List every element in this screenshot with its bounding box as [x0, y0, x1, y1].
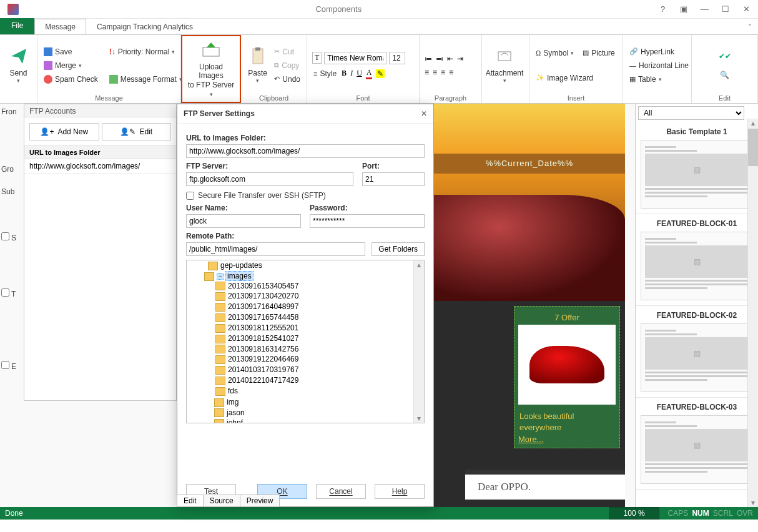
- tree-node[interactable]: fds: [215, 386, 424, 397]
- offer-text: Looks beautiful everywhere: [518, 405, 616, 435]
- tree-node[interactable]: 20130917130420270: [215, 291, 424, 302]
- cut-button[interactable]: ✂ Cut: [273, 46, 302, 57]
- tree-node[interactable]: johnf: [214, 418, 424, 423]
- font-family-input[interactable]: [324, 52, 386, 64]
- chk-e[interactable]: [1, 361, 9, 369]
- image-wizard-button[interactable]: ✨ Image Wizard: [534, 72, 616, 84]
- url-label: URL to Images Folder:: [186, 134, 425, 142]
- tree-node[interactable]: jason: [214, 408, 424, 418]
- template-card[interactable]: FEATURED-BLOCK-01▨: [636, 214, 758, 306]
- tab-analytics[interactable]: Campaign Tracking Analytics: [86, 19, 204, 34]
- user-input[interactable]: [186, 214, 301, 228]
- get-folders-button[interactable]: Get Folders: [372, 242, 425, 256]
- port-input[interactable]: [362, 172, 425, 186]
- table-button[interactable]: ▦ Table ▾: [628, 74, 690, 85]
- copy-button[interactable]: ⧉ Copy: [273, 60, 302, 71]
- chk-s[interactable]: [1, 232, 9, 240]
- font-size-input[interactable]: [389, 52, 405, 64]
- status-text: Done: [5, 509, 23, 518]
- template-card[interactable]: Basic Template 1▨: [636, 122, 758, 214]
- indent-button[interactable]: ⇥: [457, 54, 463, 63]
- paste-button[interactable]: Paste▾: [246, 46, 269, 84]
- italic-button[interactable]: I: [350, 69, 353, 78]
- attachment-button[interactable]: Attachment▾: [487, 46, 522, 84]
- offer-title: 7 Offer: [518, 310, 616, 325]
- help-button[interactable]: ?: [654, 2, 672, 17]
- tree-node[interactable]: 20140103170319767: [215, 365, 424, 375]
- tree-node[interactable]: 20130917165744458: [215, 312, 424, 323]
- style-button[interactable]: ≡ Style: [312, 68, 338, 79]
- password-input[interactable]: [310, 214, 425, 228]
- message-format-button[interactable]: Message Format ▾: [108, 74, 184, 85]
- templates-scrollbar[interactable]: ▴▾: [747, 119, 758, 507]
- template-card[interactable]: FEATURED-BLOCK-03▨: [636, 398, 758, 490]
- underline-button[interactable]: U: [357, 69, 362, 78]
- tree-node[interactable]: 20130918163142756: [215, 344, 424, 355]
- tree-node[interactable]: 20130916153405457: [215, 281, 424, 292]
- tree-node[interactable]: 20130918112555201: [215, 323, 424, 333]
- tab-message[interactable]: Message: [34, 19, 86, 34]
- ftp-grid-row[interactable]: http://www.glocksoft.com/images/: [24, 159, 176, 174]
- offer-more-link[interactable]: More...: [518, 435, 543, 444]
- edit-account-button[interactable]: 👤✎Edit: [102, 123, 172, 140]
- align-left-button[interactable]: ≡: [425, 68, 429, 77]
- bullet-list-button[interactable]: ≔: [425, 54, 432, 63]
- sftp-checkbox[interactable]: [186, 192, 194, 200]
- send-button[interactable]: Send▾: [5, 46, 32, 84]
- tree-node[interactable]: img: [214, 397, 424, 408]
- ribbon-toggle-button[interactable]: ▣: [674, 2, 693, 17]
- symbol-button[interactable]: Ω Symbol ▾: [534, 47, 575, 59]
- view-tab-preview[interactable]: Preview: [240, 495, 280, 507]
- font-format-icon[interactable]: T: [312, 52, 322, 64]
- merge-button[interactable]: Merge ▾: [42, 60, 99, 71]
- tab-bar: File Message Campaign Tracking Analytics…: [0, 19, 758, 35]
- tree-node[interactable]: 20130917164048997: [215, 302, 424, 312]
- help-button-dialog[interactable]: Help: [375, 484, 425, 499]
- find-button[interactable]: 🔍: [720, 71, 729, 79]
- highlight-button[interactable]: ✎: [376, 69, 385, 78]
- add-new-button[interactable]: 👤+Add New: [29, 123, 99, 140]
- server-input[interactable]: [186, 172, 353, 186]
- minimize-button[interactable]: —: [695, 2, 714, 17]
- cancel-button[interactable]: Cancel: [316, 484, 366, 499]
- outdent-button[interactable]: ⇤: [447, 54, 453, 63]
- spam-check-button[interactable]: Spam Check: [42, 74, 99, 85]
- folder-tree[interactable]: gep-updates −images 20130916153405457201…: [186, 260, 425, 423]
- font-color-button[interactable]: A: [366, 68, 373, 79]
- tree-node[interactable]: 20130918152541027: [215, 333, 424, 344]
- close-button[interactable]: ✕: [737, 2, 756, 17]
- align-right-button[interactable]: ≡: [441, 68, 445, 77]
- tree-toggle-icon[interactable]: −: [217, 273, 224, 280]
- dialog-close-icon[interactable]: ✕: [421, 109, 427, 118]
- undo-button[interactable]: ↶ Undo: [273, 74, 302, 85]
- tab-file[interactable]: File: [0, 18, 34, 34]
- horizontal-line-button[interactable]: — Horizontal Line: [628, 60, 690, 71]
- upload-images-ftp-button[interactable]: Upload Images to FTP Server ▾: [187, 40, 235, 99]
- work-area: Fron Gro Sub S T E FTP Accounts 👤+Add Ne…: [0, 104, 758, 507]
- view-tab-source[interactable]: Source: [203, 495, 240, 507]
- ribbon-group-clipboard: Clipboard: [246, 94, 302, 102]
- zoom-indicator[interactable]: 100 %: [609, 507, 659, 520]
- template-filter-select[interactable]: All: [638, 106, 744, 120]
- align-justify-button[interactable]: ≡: [449, 68, 453, 77]
- priority-button[interactable]: !↓Priority: Normal ▾: [108, 46, 184, 57]
- number-list-button[interactable]: ≕: [436, 54, 443, 63]
- template-card[interactable]: FEATURED-BLOCK-02▨: [636, 306, 758, 398]
- send-label: Send: [9, 69, 27, 77]
- picture-button[interactable]: ▨ Picture: [581, 47, 616, 59]
- ribbon-collapse-icon[interactable]: ˄: [742, 21, 758, 34]
- view-tab-edit[interactable]: Edit: [177, 495, 204, 507]
- bold-button[interactable]: B: [342, 69, 347, 78]
- tree-node[interactable]: 20140122104717429: [215, 375, 424, 386]
- maximize-button[interactable]: ☐: [716, 2, 735, 17]
- tree-node-selected: −images 20130916153405457201309171304202…: [204, 271, 424, 397]
- align-center-button[interactable]: ≡: [433, 68, 437, 77]
- chk-t[interactable]: [1, 288, 9, 297]
- hyperlink-button[interactable]: 🔗 HyperLink: [628, 46, 690, 57]
- url-input[interactable]: [186, 144, 425, 158]
- save-button[interactable]: Save: [42, 46, 99, 57]
- spellcheck-icon[interactable]: ✔✔: [719, 52, 731, 61]
- tree-node[interactable]: 20130919122046469: [215, 354, 424, 365]
- tree-scrollbar[interactable]: ▴▾: [413, 260, 424, 423]
- remote-path-input[interactable]: [186, 242, 365, 256]
